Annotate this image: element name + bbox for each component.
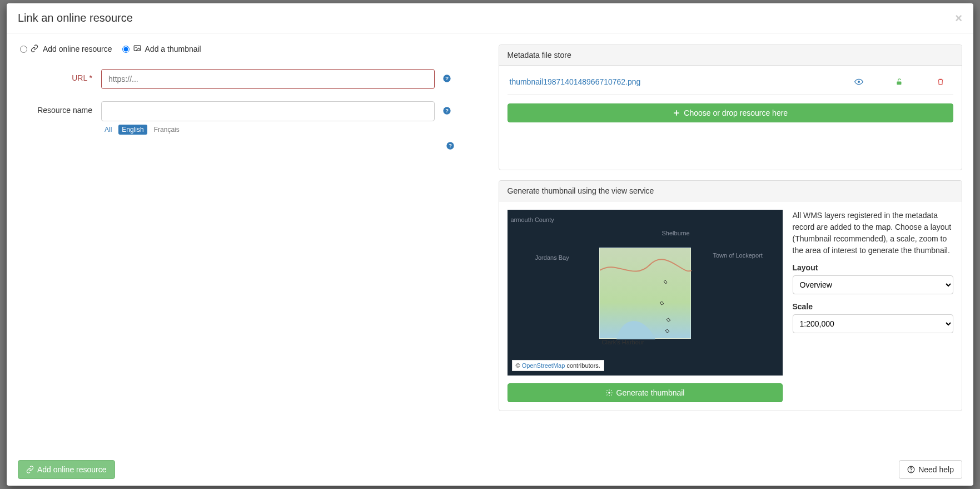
help-icon[interactable]: ?	[442, 74, 451, 83]
scale-select[interactable]: 1:200,000	[793, 314, 954, 333]
svg-point-2	[443, 75, 450, 82]
language-tabs: All English Français	[101, 125, 435, 135]
svg-point-4	[443, 107, 450, 114]
attr-suffix: contributors.	[565, 362, 600, 369]
svg-point-8	[858, 81, 860, 83]
plus-icon	[673, 109, 680, 117]
map-label-jordans: Jordans Bay	[535, 254, 569, 261]
unlock-icon[interactable]	[896, 77, 904, 86]
scale-group: Scale 1:200,000	[793, 302, 954, 333]
radio-add-online-resource[interactable]: Add online resource	[20, 45, 112, 53]
thumb-row: armouth County Jordans Bay Shelburne Tow…	[508, 210, 954, 402]
svg-rect-9	[897, 81, 901, 85]
url-field-wrap	[101, 69, 435, 89]
right-column: Metadata file store thumbnail19871401489…	[499, 45, 963, 442]
resource-name-label: Resource name	[18, 101, 101, 115]
radio-label-online: Add online resource	[43, 45, 112, 53]
svg-rect-0	[134, 46, 141, 51]
map-preview[interactable]: armouth County Jordans Bay Shelburne Tow…	[508, 210, 783, 376]
resource-name-field-wrap: All English Français	[101, 101, 435, 135]
modal-dialog: Link an online resource × Add online res…	[7, 3, 973, 486]
map-label-lockeport: Town of Lockeport	[713, 252, 763, 259]
choose-drop-button[interactable]: Choose or drop resource here	[508, 103, 954, 122]
svg-point-1	[135, 47, 136, 48]
resource-name-input[interactable]	[101, 101, 435, 121]
question-circle-icon	[907, 466, 915, 473]
thumb-side: All WMS layers registered in the metadat…	[793, 210, 954, 402]
layout-group: Layout Overview	[793, 263, 954, 294]
map-label-yarmouth: armouth County	[511, 216, 554, 223]
modal-title: Link an online resource	[18, 12, 133, 24]
left-column: Add online resource Add a thumbnail URL …	[18, 45, 482, 442]
choose-drop-label: Choose or drop resource here	[684, 108, 788, 117]
need-help-button[interactable]: Need help	[899, 460, 962, 479]
map-tile	[599, 248, 691, 339]
url-label: URL *	[18, 69, 101, 82]
map-wrap: armouth County Jordans Bay Shelburne Tow…	[508, 210, 783, 402]
lang-tab-francais[interactable]: Français	[151, 125, 183, 135]
filestore-body: thumbnail1987140148966710762.png	[499, 66, 962, 170]
help-icon[interactable]: ?	[446, 141, 455, 150]
generate-button-row: Generate thumbnail	[508, 383, 783, 402]
close-icon[interactable]: ×	[955, 12, 962, 24]
link-icon	[31, 45, 39, 53]
resource-name-row: Resource name All English Français ?	[18, 101, 482, 135]
filestore-spacer	[508, 122, 954, 161]
map-label-shelburne: Shelburne	[662, 230, 690, 236]
file-link[interactable]: thumbnail1987140148966710762.png	[510, 77, 855, 86]
need-help-label: Need help	[918, 465, 954, 474]
resource-type-radios: Add online resource Add a thumbnail	[18, 45, 482, 53]
svg-point-10	[608, 392, 610, 394]
svg-point-6	[446, 142, 454, 149]
thumbnail-gen-heading: Generate thumbnail using the view servic…	[499, 181, 962, 201]
scale-label: Scale	[793, 302, 954, 311]
radio-input-online[interactable]	[20, 46, 27, 53]
svg-text:?: ?	[445, 108, 449, 113]
url-input[interactable]	[101, 69, 435, 89]
image-icon	[133, 45, 142, 53]
eye-icon[interactable]	[854, 77, 863, 86]
radio-label-thumbnail: Add a thumbnail	[145, 45, 201, 53]
modal-footer: Add online resource Need help	[7, 453, 973, 486]
footer-right: Need help	[899, 460, 962, 479]
radio-input-thumbnail[interactable]	[122, 46, 130, 53]
help-icon[interactable]: ?	[442, 106, 451, 115]
trash-icon[interactable]	[937, 77, 946, 86]
layout-label: Layout	[793, 263, 954, 272]
layout-select[interactable]: Overview	[793, 275, 954, 294]
svg-text:?: ?	[449, 143, 452, 149]
file-row: thumbnail1987140148966710762.png	[508, 74, 954, 95]
generate-thumbnail-button[interactable]: Generate thumbnail	[508, 383, 783, 402]
lang-tab-english[interactable]: English	[118, 125, 147, 135]
gear-icon	[605, 389, 613, 397]
filestore-panel: Metadata file store thumbnail19871401489…	[499, 45, 963, 170]
thumbnail-gen-panel: Generate thumbnail using the view servic…	[499, 180, 963, 411]
radio-add-thumbnail[interactable]: Add a thumbnail	[122, 45, 201, 53]
map-label-clark: Clark's Harbour	[602, 339, 644, 345]
extra-help-row: ?	[18, 141, 455, 150]
osm-link[interactable]: OpenStreetMap	[522, 362, 565, 369]
thumbnail-description: All WMS layers registered in the metadat…	[793, 210, 954, 256]
map-attribution: © OpenStreetMap contributors.	[512, 360, 604, 371]
lang-tab-all[interactable]: All	[101, 125, 115, 135]
modal-body: Add online resource Add a thumbnail URL …	[7, 33, 973, 453]
svg-text:?: ?	[445, 76, 449, 81]
attr-prefix: ©	[516, 362, 522, 369]
thumbnail-gen-body: armouth County Jordans Bay Shelburne Tow…	[499, 201, 962, 411]
generate-thumbnail-label: Generate thumbnail	[616, 388, 685, 397]
add-online-resource-button[interactable]: Add online resource	[18, 460, 115, 479]
add-online-resource-label: Add online resource	[37, 465, 107, 474]
modal-header: Link an online resource ×	[7, 3, 973, 33]
url-row: URL * ?	[18, 69, 482, 89]
filestore-heading: Metadata file store	[499, 45, 962, 66]
svg-point-11	[908, 466, 914, 473]
link-icon	[26, 466, 34, 473]
file-actions	[854, 77, 951, 86]
